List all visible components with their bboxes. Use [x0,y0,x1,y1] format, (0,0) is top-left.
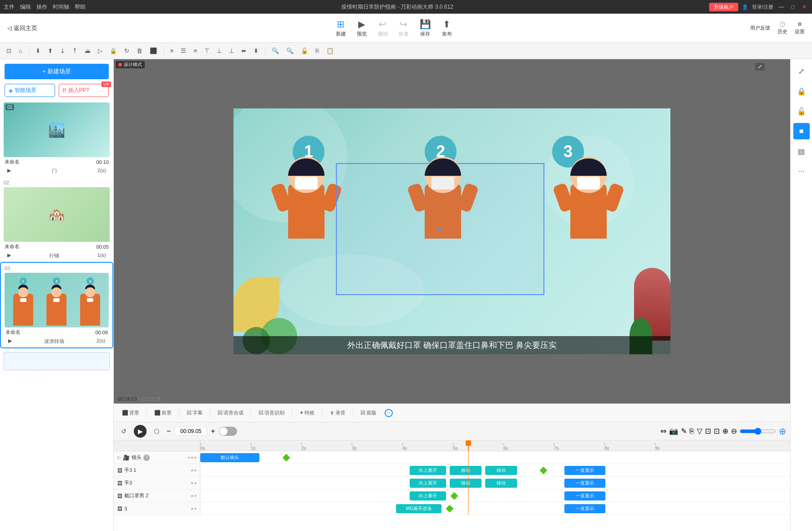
block-3-always[interactable]: 一直显示 [564,504,605,513]
timeline-toggle[interactable] [219,427,237,436]
right-tool-panel[interactable]: ▤ [793,143,810,159]
fmt-btn-1[interactable]: ⊡ [4,46,14,55]
fmt-btn-align-l[interactable]: ≡ [167,46,177,55]
ai-scene-button[interactable]: ◈ 智能场景 [5,84,55,97]
menu-file[interactable]: 文件 [4,3,15,11]
fmt-btn-top[interactable]: ⤒ [70,46,80,55]
media-tag-fg[interactable]: ⬛ 前景 [152,408,174,417]
zoom-in-timeline[interactable]: ⊕ [722,427,728,435]
fmt-btn-lock2[interactable]: 🔓 [298,46,311,55]
plus-icon[interactable]: + [211,427,215,435]
edit-icon[interactable]: ✎ [681,427,687,435]
add-track-icon[interactable]: ⊕ [779,426,787,437]
publish-button[interactable]: ⬆ 发布 [442,19,452,37]
block-mask-man2-1[interactable]: 向上展开 [410,491,446,500]
zoom-out-timeline[interactable]: ⊖ [731,427,737,435]
time-input[interactable]: 00:09.05 [174,427,207,436]
fmt-btn-dist-h[interactable]: ⬌ [239,46,249,55]
block-hand3-3[interactable]: 移动 [485,479,517,488]
fmt-btn-align-r[interactable]: ≡ [191,46,200,55]
close-button[interactable]: ✕ [800,4,808,10]
canvas-expand-button[interactable]: ⤢ [755,63,765,71]
fmt-btn-copy[interactable]: ⎘ [313,46,322,55]
right-tool-unlock[interactable]: 🔓 [793,103,810,119]
minimize-button[interactable]: — [777,4,786,10]
block-hand31-2[interactable]: 移动 [450,466,482,475]
scene-item-01[interactable]: 01 🏙️ 未命名 00:10 ▶ 门 2(s) [0,101,113,177]
window-controls[interactable]: 升级账户 👤 登录/注册 — □ ✕ [709,3,808,11]
block-hand31-1[interactable]: 向上展开 [410,466,446,475]
media-tag-voice-rec[interactable]: 回 语音识别 [256,408,287,417]
copy-track-icon[interactable]: ⎘ [690,427,694,435]
fmt-btn-align-m[interactable]: ⊥ [214,46,224,55]
fmt-btn-mountain[interactable]: ⛰ [82,46,93,55]
preview-button[interactable]: ▶ 预览 [357,19,367,37]
block-hand3-always[interactable]: 一直显示 [564,479,605,488]
fmt-btn-home[interactable]: ⌂ [16,46,25,55]
fmt-btn-bottom[interactable]: ⤓ [57,46,68,55]
fmt-btn-down[interactable]: ⬇ [33,46,43,55]
media-tag-bg[interactable]: ⬛ 背景 [119,408,142,417]
fmt-btn-forward[interactable]: ▷ [95,46,105,55]
fmt-btn-lock[interactable]: 🔒 [107,46,120,55]
menu-bar[interactable]: 文件 编辑 操作 时间轴 帮助 [4,3,86,11]
settings-button[interactable]: ⚙ 设置 [795,21,805,35]
media-tag-subtitle[interactable]: 回 字幕 [184,408,205,417]
maximize-button[interactable]: □ [790,4,797,10]
timeline-back-btn[interactable]: ↺ [117,425,130,438]
track-icon-1[interactable]: ⊡ [705,427,711,435]
canvas-container[interactable]: 设计模式 1 2 3 [114,59,790,403]
filter-icon[interactable]: ▽ [697,427,702,435]
fmt-btn-paste[interactable]: 📋 [324,46,336,55]
fmt-btn-delete[interactable]: 🗑 [134,46,145,55]
block-hand31-always[interactable]: 一直显示 [564,466,605,475]
right-tool-color[interactable]: ■ [793,123,810,139]
timeline-expand-btn[interactable]: ⬡ [150,425,163,438]
block-3-1[interactable]: MG展开进场 [396,504,442,513]
fmt-btn-rotate[interactable]: ↻ [122,46,132,55]
history-button[interactable]: 🕐 历史 [777,21,787,35]
screenshot-icon[interactable]: 📷 [669,427,678,435]
media-tag-fx[interactable]: ✦ 特效 [297,408,317,417]
save-button[interactable]: 💾 保存 [420,19,431,37]
menu-timeline[interactable]: 时间轴 [53,3,69,11]
canvas-chevron-button[interactable]: ⌄ [449,352,455,354]
upgrade-button[interactable]: 升级账户 [709,3,738,11]
block-hand31-3[interactable]: 移动 [485,466,517,475]
version-circle[interactable]: ○ [385,409,393,417]
zoom-slider[interactable] [740,428,776,435]
scene-item-03[interactable]: 03 1 2 [0,262,113,348]
feedback-button[interactable]: 用户反馈 [750,25,770,31]
redo-button[interactable]: ↪ 恢复 [399,19,409,37]
fmt-btn-align-t[interactable]: ⊤ [202,46,212,55]
camera-help-icon[interactable]: ? [143,454,150,461]
block-hand3-1[interactable]: 向上展开 [410,479,446,488]
block-hand3-2[interactable]: 移动 [450,479,482,488]
back-home-button[interactable]: ◁ 返回主页 [7,24,37,32]
right-tool-fullscreen[interactable]: ⤢ [793,63,810,79]
block-mask-man2-always[interactable]: 一直显示 [564,491,605,500]
media-tag-voice-synth[interactable]: 回 语音合成 [215,408,246,417]
media-tag-version[interactable]: 回 宸版 [358,408,379,417]
fmt-btn-up[interactable]: ⬆ [45,46,56,55]
fmt-btn-copy-style[interactable]: ⬛ [147,46,160,55]
fmt-btn-align-c[interactable]: ☰ [178,46,189,55]
menu-operate[interactable]: 操作 [36,3,47,11]
minus-icon[interactable]: − [167,427,171,435]
fmt-btn-dist-v[interactable]: ⬍ [251,46,261,55]
camera-expand-icon[interactable]: ▷ [117,454,121,460]
fit-icon[interactable]: ⇔ [660,427,666,435]
play-button[interactable]: ▶ [134,425,147,438]
track-block-default-camera[interactable]: 默认镜头 [200,453,259,462]
menu-edit[interactable]: 编辑 [20,3,31,11]
new-button[interactable]: ⊞ 新建 [336,19,346,37]
scene-item-02[interactable]: 02 🏘️ 未命名 00:05 ▶ 行铺 1(s) [0,177,113,262]
track-icon-2[interactable]: ⊡ [714,427,720,435]
fmt-btn-align-b[interactable]: ⊥ [226,46,237,55]
new-scene-button[interactable]: + 新建场景 [5,64,109,79]
fmt-btn-zoom-in[interactable]: 🔍 [269,46,282,55]
media-tag-record[interactable]: 🎙 录音 [327,408,348,417]
right-tool-more[interactable]: ··· [793,163,810,179]
fmt-btn-zoom-out[interactable]: 🔍 [284,46,296,55]
undo-button[interactable]: ↩ 撤销 [378,19,388,37]
